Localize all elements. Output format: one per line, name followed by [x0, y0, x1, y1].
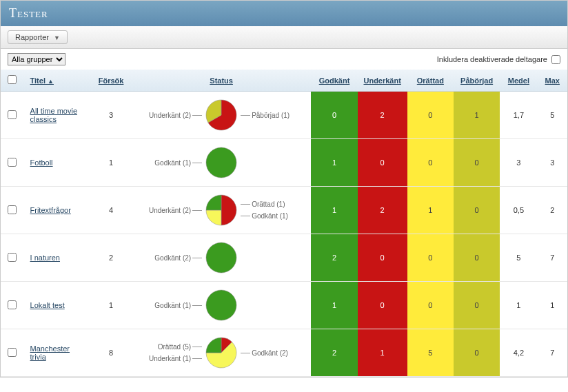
row-medel: 3: [500, 139, 537, 187]
row-underkant: 0: [358, 139, 407, 187]
row-max: 7: [538, 234, 567, 282]
page-container: Tester Rapporter ▼ Alla grupper Inkluder…: [0, 0, 568, 378]
pie-chart: Underkänt (2) Påbörjad (1): [136, 99, 307, 132]
row-checkbox-cell: [1, 282, 23, 329]
rapporter-button[interactable]: Rapporter ▼: [8, 30, 68, 44]
row-title-cell: Lokalt test: [23, 282, 91, 329]
row-checkbox-cell: [1, 234, 23, 282]
row-orattad: 0: [407, 282, 454, 329]
row-max: 7: [538, 329, 567, 377]
row-checkbox[interactable]: [8, 253, 17, 262]
row-godkant: 0: [311, 92, 357, 139]
table-row: I naturen 2 Godkänt (2) 2 0 0 0 5 7: [1, 234, 567, 282]
row-underkant: 0: [358, 282, 407, 329]
row-title-cell: I naturen: [23, 234, 91, 282]
row-checkbox-cell: [1, 329, 23, 377]
chevron-down-icon: ▼: [54, 34, 60, 41]
row-status: Underkänt (2) Orättad (1)Godkänt (1): [132, 187, 311, 234]
row-underkant: 2: [358, 187, 407, 234]
row-checkbox[interactable]: [8, 300, 17, 309]
row-title-link[interactable]: Manchester trivia: [30, 344, 70, 361]
row-medel: 0,5: [500, 187, 537, 234]
row-paborjad: 0: [454, 329, 500, 377]
svg-point-0: [206, 147, 236, 178]
row-checkbox[interactable]: [8, 158, 17, 167]
tests-table: Titel ▲ Försök Status Godkänt Underkänt …: [1, 70, 567, 377]
include-deactivated-checkbox[interactable]: [551, 55, 560, 64]
col-orattad[interactable]: Orättad: [407, 70, 454, 92]
svg-point-2: [206, 290, 236, 320]
col-title-link[interactable]: Titel ▲: [30, 76, 54, 85]
col-status-link[interactable]: Status: [210, 76, 233, 85]
col-godkant-link[interactable]: Godkänt: [319, 76, 350, 85]
row-forsok: 3: [90, 92, 132, 139]
include-deactivated-text: Inkludera deaktiverade deltagare: [437, 55, 547, 63]
row-forsok: 2: [90, 234, 132, 282]
col-medel[interactable]: Medel: [500, 70, 537, 92]
include-deactivated-label[interactable]: Inkludera deaktiverade deltagare: [437, 55, 560, 64]
row-underkant: 2: [358, 92, 407, 139]
row-medel: 4,2: [500, 329, 537, 377]
row-checkbox[interactable]: [8, 348, 17, 357]
row-title-link[interactable]: I naturen: [30, 254, 60, 262]
col-orattad-link[interactable]: Orättad: [417, 76, 444, 85]
col-forsok-link[interactable]: Försök: [99, 76, 124, 85]
row-paborjad: 0: [454, 282, 500, 329]
rapporter-label: Rapporter: [15, 33, 49, 41]
col-paborjad[interactable]: Påbörjad: [454, 70, 500, 92]
row-status: Godkänt (2): [132, 234, 311, 282]
col-max-link[interactable]: Max: [545, 76, 560, 85]
row-title-link[interactable]: Lokalt test: [30, 301, 65, 309]
row-forsok: 4: [90, 187, 132, 234]
row-max: 3: [538, 139, 567, 187]
row-paborjad: 0: [454, 187, 500, 234]
row-medel: 1: [500, 282, 537, 329]
pie-chart: Underkänt (2) Orättad (1)Godkänt (1): [136, 194, 307, 227]
col-status[interactable]: Status: [132, 70, 311, 92]
col-title[interactable]: Titel ▲: [23, 70, 91, 92]
table-row: All time movie classics 3 Underkänt (2) …: [1, 92, 567, 139]
filter-bar: Alla grupper Inkludera deaktiverade delt…: [1, 49, 567, 70]
pie-chart: Godkänt (1): [136, 289, 307, 322]
col-godkant[interactable]: Godkänt: [311, 70, 357, 92]
row-title-link[interactable]: Fotboll: [30, 158, 53, 167]
toolbar: Rapporter ▼: [1, 26, 567, 49]
row-title-cell: Fritextfrågor: [23, 187, 91, 234]
row-title-link[interactable]: All time movie classics: [30, 107, 77, 123]
col-max[interactable]: Max: [538, 70, 567, 92]
row-godkant: 1: [311, 187, 357, 234]
pie-chart: Orättad (5)Underkänt (1) Godkänt (2): [136, 336, 307, 369]
table-row: Fritextfrågor 4 Underkänt (2) Orättad (1…: [1, 187, 567, 234]
row-forsok: 1: [90, 139, 132, 187]
row-orattad: 0: [407, 139, 454, 187]
row-orattad: 5: [407, 329, 454, 377]
row-title-cell: All time movie classics: [23, 92, 91, 139]
col-paborjad-link[interactable]: Påbörjad: [460, 76, 493, 85]
pie-chart: Godkänt (2): [136, 241, 307, 274]
col-underkant[interactable]: Underkänt: [358, 70, 407, 92]
row-paborjad: 0: [454, 234, 500, 282]
row-checkbox-cell: [1, 139, 23, 187]
row-paborjad: 0: [454, 139, 500, 187]
col-checkbox: [1, 70, 23, 92]
row-max: 2: [538, 187, 567, 234]
row-godkant: 1: [311, 139, 357, 187]
row-checkbox[interactable]: [8, 110, 17, 119]
row-medel: 5: [500, 234, 537, 282]
row-max: 5: [538, 92, 567, 139]
row-checkbox-cell: [1, 92, 23, 139]
row-status: Godkänt (1): [132, 282, 311, 329]
group-select[interactable]: Alla grupper: [8, 53, 65, 65]
pie-chart: Godkänt (1): [136, 146, 307, 179]
select-all-checkbox[interactable]: [8, 75, 17, 84]
row-orattad: 0: [407, 92, 454, 139]
row-orattad: 1: [407, 187, 454, 234]
col-underkant-link[interactable]: Underkänt: [363, 76, 400, 85]
col-medel-link[interactable]: Medel: [508, 76, 529, 85]
row-medel: 1,7: [500, 92, 537, 139]
row-title-link[interactable]: Fritextfrågor: [30, 206, 71, 214]
page-title: Tester: [1, 1, 567, 26]
row-checkbox[interactable]: [8, 205, 17, 214]
table-row: Manchester trivia 8 Orättad (5)Underkänt…: [1, 329, 567, 377]
col-forsok[interactable]: Försök: [90, 70, 132, 92]
